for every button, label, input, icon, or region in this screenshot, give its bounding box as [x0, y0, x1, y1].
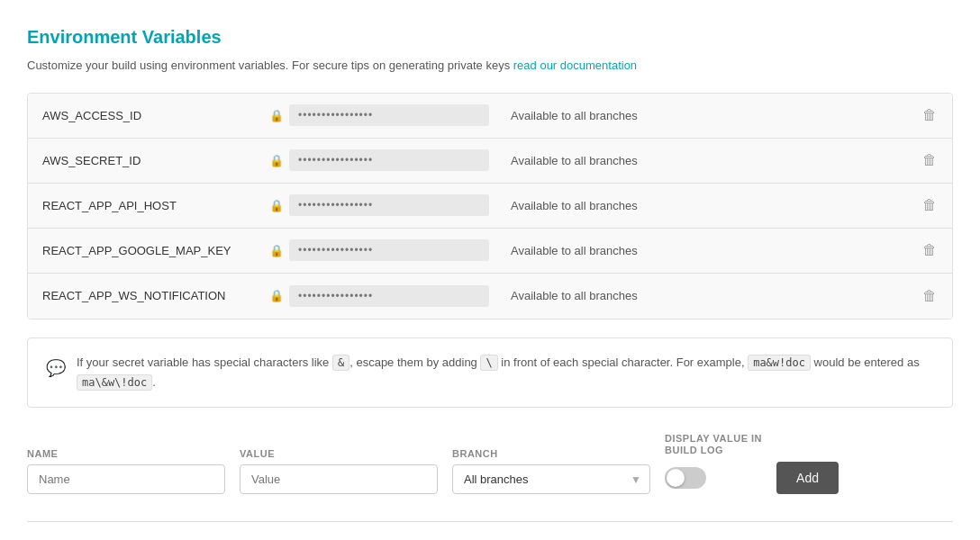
env-var-dots: ••••••••••••••••: [289, 104, 489, 126]
lock-icon: 🔒: [269, 154, 284, 167]
table-row: REACT_APP_GOOGLE_MAP_KEY 🔒 •••••••••••••…: [28, 229, 952, 274]
env-var-dots: ••••••••••••••••: [289, 194, 489, 216]
env-var-value: 🔒 ••••••••••••••••: [262, 276, 496, 316]
info-box: 💬 If your secret variable has special ch…: [27, 338, 953, 408]
branch-label: BRANCH: [452, 448, 650, 459]
value-label: VALUE: [240, 448, 438, 459]
branch-select-container: All branchesmaindevelopstaging ▼: [452, 464, 650, 494]
branch-group: BRANCH All branchesmaindevelopstaging ▼: [452, 448, 650, 494]
lock-icon: 🔒: [269, 109, 284, 122]
name-label: NAME: [27, 448, 225, 459]
page-title: Environment Variables: [27, 27, 953, 48]
delete-button[interactable]: 🗑: [915, 194, 944, 217]
info-icon: 💬: [46, 355, 66, 382]
display-value-toggle-group: DISPLAY VALUE IN BUILD LOG: [665, 433, 762, 494]
env-var-name: AWS_SECRET_ID: [28, 145, 262, 176]
lock-icon: 🔒: [269, 244, 284, 257]
env-vars-table: AWS_ACCESS_ID 🔒 •••••••••••••••• Availab…: [27, 93, 953, 320]
env-var-value: 🔒 ••••••••••••••••: [262, 185, 496, 225]
env-var-branch: Available to all branches: [496, 100, 907, 131]
env-var-actions: 🗑: [907, 238, 952, 262]
env-var-name: REACT_APP_API_HOST: [28, 190, 262, 221]
table-row: AWS_SECRET_ID 🔒 •••••••••••••••• Availab…: [28, 139, 952, 184]
env-var-value: 🔒 ••••••••••••••••: [262, 140, 496, 180]
env-var-branch: Available to all branches: [496, 280, 907, 311]
env-var-value: 🔒 ••••••••••••••••: [262, 230, 496, 270]
toggle-thumb: [667, 469, 685, 487]
docs-link[interactable]: read our documentation: [513, 58, 637, 72]
display-value-toggle[interactable]: [665, 467, 706, 489]
info-text: If your secret variable has special char…: [77, 353, 920, 392]
value-group: VALUE: [240, 448, 438, 494]
name-input[interactable]: [27, 464, 225, 494]
bottom-divider: [27, 521, 953, 522]
env-var-branch: Available to all branches: [496, 190, 907, 221]
env-var-name: REACT_APP_WS_NOTIFICATION: [28, 280, 262, 311]
add-env-var-form: NAME VALUE BRANCH All branchesmaindevelo…: [27, 429, 953, 494]
table-row: REACT_APP_API_HOST 🔒 •••••••••••••••• Av…: [28, 184, 952, 229]
delete-button[interactable]: 🗑: [915, 104, 944, 127]
table-row: REACT_APP_WS_NOTIFICATION 🔒 ••••••••••••…: [28, 274, 952, 319]
env-var-branch: Available to all branches: [496, 235, 907, 266]
env-var-actions: 🗑: [907, 104, 952, 127]
add-button[interactable]: Add: [776, 462, 839, 494]
table-row: AWS_ACCESS_ID 🔒 •••••••••••••••• Availab…: [28, 94, 952, 139]
page-description: Customize your build using environment v…: [27, 57, 953, 75]
environment-variables-page: Environment Variables Customize your bui…: [0, 0, 980, 540]
branch-select[interactable]: All branchesmaindevelopstaging: [452, 464, 650, 494]
name-group: NAME: [27, 448, 225, 494]
lock-icon: 🔒: [269, 199, 284, 212]
env-var-actions: 🗑: [907, 194, 952, 217]
lock-icon: 🔒: [269, 289, 284, 302]
env-var-actions: 🗑: [907, 284, 952, 308]
delete-button[interactable]: 🗑: [915, 238, 944, 262]
env-var-value: 🔒 ••••••••••••••••: [262, 95, 496, 135]
env-var-dots: ••••••••••••••••: [289, 239, 489, 261]
value-input[interactable]: [240, 464, 438, 494]
env-var-actions: 🗑: [907, 148, 952, 172]
env-var-dots: ••••••••••••••••: [289, 285, 489, 307]
env-var-name: REACT_APP_GOOGLE_MAP_KEY: [28, 235, 262, 266]
delete-button[interactable]: 🗑: [915, 148, 944, 172]
env-var-dots: ••••••••••••••••: [289, 149, 489, 171]
delete-button[interactable]: 🗑: [915, 284, 944, 308]
env-var-branch: Available to all branches: [496, 145, 907, 176]
env-var-name: AWS_ACCESS_ID: [28, 100, 262, 131]
